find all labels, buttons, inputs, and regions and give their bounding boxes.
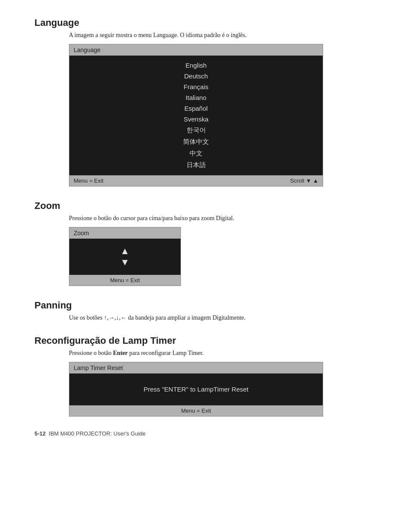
language-menu-item[interactable]: 한국어 [69,124,323,136]
lamp-menu-body: Press "ENTER" to LampTimer Reset [69,373,323,405]
zoom-title: Zoom [34,200,385,212]
page-footer-text: IBM M400 PROJECTOR: User's Guide [49,430,146,437]
panning-title: Panning [34,300,385,311]
language-menu-item[interactable]: 日本語 [69,159,323,171]
zoom-menu-header: Zoom [69,227,181,239]
language-menu-item[interactable]: Français [69,81,323,92]
lamp-desc-after: para reconfigurar Lamp Timer. [128,350,203,356]
language-footer-right: Scroll ▼ ▲ [290,177,318,184]
language-menu-header: Language [69,44,323,56]
panning-section: Panning Use os botões ↑,→,↓,← da bandeja… [34,300,385,321]
language-menu-body: EnglishDeutschFrançaisItalianoEspañolSve… [69,56,323,175]
language-section: Language A imagem a seguir mostra o menu… [34,17,385,187]
language-footer-left: Menu = Exit [74,177,103,184]
lamp-menu-header: Lamp Timer Reset [69,362,323,373]
language-menu: Language EnglishDeutschFrançaisItalianoE… [69,44,323,187]
page-footer: 5-12 IBM M400 PROJECTOR: User's Guide [34,430,385,437]
language-menu-item[interactable]: Italiano [69,92,323,103]
lamp-menu: Lamp Timer Reset Press "ENTER" to LampTi… [69,362,323,417]
lamp-menu-text: Press "ENTER" to LampTimer Reset [143,386,249,393]
zoom-arrows: ▲ ▼ [69,246,181,267]
page-number: 5-12 [34,430,46,437]
panning-description: Use os botões ↑,→,↓,← da bandeja para am… [69,314,385,321]
lamp-desc-before: Pressione o botão [69,350,113,356]
zoom-menu-body: ▲ ▼ [69,239,181,275]
zoom-arrow-down: ▼ [120,258,130,267]
zoom-menu-footer: Menu = Exit [69,275,181,286]
language-menu-item[interactable]: English [69,60,323,71]
zoom-section: Zoom Pressione o botão do cursor para ci… [34,200,385,286]
lamp-desc-bold: Enter [113,350,128,356]
language-menu-item[interactable]: Svenska [69,114,323,124]
zoom-arrow-up: ▲ [120,246,130,256]
language-menu-footer: Menu = Exit Scroll ▼ ▲ [69,175,323,186]
language-menu-item[interactable]: 中文 [69,148,323,159]
lamp-section: Reconfiguração de Lamp Timer Pressione o… [34,335,385,417]
lamp-description: Pressione o botão Enter para reconfigura… [69,350,385,357]
language-description: A imagem a seguir mostra o menu Language… [69,32,385,39]
zoom-description: Pressione o botão do cursor para cima/pa… [69,215,385,222]
lamp-menu-footer: Menu = Exit [69,405,323,416]
language-title: Language [34,17,385,28]
zoom-menu: Zoom ▲ ▼ Menu = Exit [69,227,181,286]
language-menu-item[interactable]: Deutsch [69,71,323,81]
language-menu-item[interactable]: 简体中文 [69,136,323,148]
lamp-title: Reconfiguração de Lamp Timer [34,335,385,346]
language-menu-item[interactable]: Español [69,103,323,114]
